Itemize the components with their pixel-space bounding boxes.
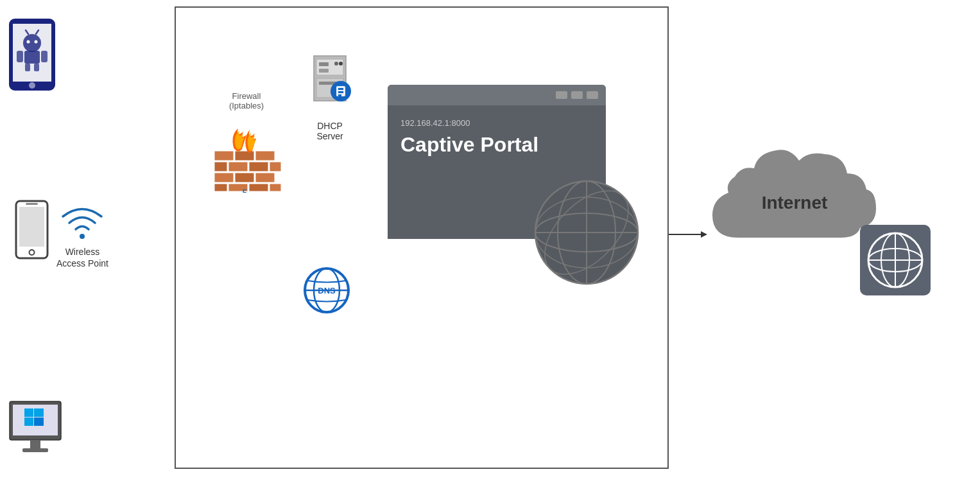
svg-point-15 (30, 250, 35, 255)
wifi-label: Wireless Access Point (56, 246, 108, 269)
svg-rect-36 (214, 184, 227, 191)
portal-url: 192.168.42.1:8000 (400, 118, 593, 128)
svg-rect-51 (338, 88, 343, 90)
dhcp-server-area: DHCP Server (301, 46, 359, 141)
svg-rect-20 (24, 408, 33, 417)
svg-point-12 (29, 82, 35, 89)
portal-title: Captive Portal (400, 133, 593, 157)
svg-point-17 (80, 234, 85, 239)
svg-rect-44 (319, 62, 329, 66)
svg-rect-28 (255, 151, 275, 161)
svg-point-2 (23, 34, 41, 52)
svg-rect-10 (17, 51, 23, 62)
portal-body: 192.168.42.1:8000 Captive Portal (388, 105, 606, 170)
svg-rect-29 (214, 162, 227, 171)
svg-rect-24 (30, 440, 40, 450)
svg-rect-7 (24, 51, 40, 64)
firewall-label: Firewall (Iptables) (211, 91, 282, 110)
svg-rect-27 (235, 151, 254, 161)
diagram-box: Firewall (Iptables) (175, 6, 669, 469)
wifi-access-point-area: Wireless Access Point (56, 199, 108, 269)
svg-point-3 (27, 40, 30, 44)
titlebar-btn-2 (571, 91, 583, 99)
svg-rect-45 (319, 69, 329, 73)
svg-rect-16 (26, 203, 38, 205)
svg-rect-32 (270, 162, 281, 171)
internet-area: Internet (700, 109, 943, 315)
svg-rect-9 (34, 64, 39, 71)
svg-text:DNS: DNS (318, 286, 336, 295)
svg-rect-33 (214, 173, 234, 182)
svg-text:Internet: Internet (762, 193, 828, 213)
svg-rect-23 (34, 417, 44, 426)
svg-rect-25 (22, 448, 48, 452)
titlebar-btn-1 (556, 91, 567, 99)
svg-point-47 (339, 62, 343, 66)
svg-point-46 (334, 62, 338, 66)
svg-rect-52 (338, 91, 343, 93)
svg-rect-22 (24, 417, 33, 426)
svg-rect-30 (228, 162, 248, 171)
svg-rect-11 (41, 51, 47, 62)
svg-rect-53 (338, 94, 341, 96)
firewall-area: Firewall (Iptables) (211, 91, 282, 193)
svg-rect-8 (25, 64, 30, 71)
svg-rect-26 (214, 151, 234, 161)
portal-window: 192.168.42.1:8000 Captive Portal (388, 85, 606, 239)
portal-globe (529, 175, 644, 290)
svg-rect-14 (19, 207, 44, 247)
dhcp-label: DHCP Server (301, 121, 359, 141)
android-device (6, 10, 58, 93)
svg-point-4 (35, 40, 38, 44)
svg-rect-34 (235, 173, 254, 182)
svg-rect-21 (34, 408, 44, 417)
svg-rect-35 (255, 173, 275, 182)
windows-device (6, 398, 64, 469)
dns-area: DNS (301, 265, 352, 316)
portal-titlebar (388, 85, 606, 105)
mobile-device (14, 199, 49, 260)
svg-rect-31 (249, 162, 268, 171)
svg-text:F: F (243, 188, 247, 193)
svg-rect-42 (316, 59, 343, 75)
svg-rect-38 (249, 184, 268, 191)
svg-rect-39 (270, 184, 281, 191)
titlebar-btn-3 (587, 91, 598, 99)
captive-portal-area: 192.168.42.1:8000 Captive Portal (388, 85, 625, 277)
